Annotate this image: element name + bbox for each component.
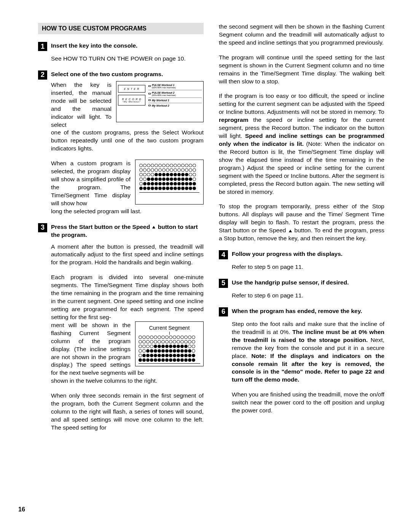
step-2-para-2b: long the selected program will last.: [51, 208, 204, 216]
profile-display-illustration-1: [135, 160, 204, 204]
step-3-para-1: A moment after the button is pressed, th…: [51, 243, 204, 267]
step-1-body: See HOW TO TURN ON THE POWER on page 10.: [51, 55, 204, 63]
profile-display-illustration-2: Current Segment: [135, 321, 204, 366]
current-segment-label: Current Segment: [139, 325, 200, 331]
step-2-title: Select one of the two custom programs.: [51, 70, 163, 78]
console-panel-illustration: E N T E R R E C O R D "My Workout" PULSE…: [116, 81, 204, 122]
step-4-body: Refer to step 5 on page 11.: [232, 263, 384, 271]
up-triangle-icon: [152, 226, 155, 228]
enter-button-graphic: E N T E R: [118, 85, 145, 93]
step-5: 5 Use the handgrip pulse sensor, if desi…: [219, 278, 384, 288]
up-triangle-icon: [289, 230, 292, 232]
step-6: 6 When the program has ended, remove the…: [219, 307, 384, 316]
step-3-para-3: When only three seconds remain in the fi…: [51, 392, 204, 432]
section-header: HOW TO USE CUSTOM PROGRAMS: [38, 23, 204, 34]
step-2-block-1: E N T E R R E C O R D "My Workout" PULSE…: [51, 81, 204, 129]
step-2: 2 Select one of the two custom programs.: [38, 70, 204, 80]
current-segment-tick: [169, 332, 170, 335]
step-3-para-2-pre: Each program is divided into several one…: [51, 273, 204, 321]
step-num-5: 5: [219, 279, 228, 288]
right-column: the second segment will then be shown in…: [219, 23, 384, 439]
step-3: 3 Press the Start button or the Speed bu…: [38, 222, 204, 239]
step-1: 1 Insert the key into the console.: [38, 41, 204, 51]
col2-para-3: If the program is too easy or too diffic…: [219, 92, 384, 196]
step-num-2: 2: [38, 70, 47, 80]
left-column: HOW TO USE CUSTOM PROGRAMS 1 Insert the …: [38, 23, 204, 439]
step-num-1: 1: [38, 42, 47, 51]
step-4-title: Follow your progress with the displays.: [232, 249, 342, 258]
col2-para-2: The program will continue until the spee…: [219, 54, 384, 86]
step-3-title: Press the Start button or the Speed butt…: [51, 222, 204, 239]
panel-workout-list: PULSE Workout 1(65%-85% max.heartrate) P…: [148, 84, 202, 107]
col2-para-4: To stop the program temporarily, press e…: [219, 203, 384, 243]
record-button-graphic: R E C O R D "My Workout": [118, 95, 145, 105]
step-1-title: Insert the key into the console.: [51, 41, 137, 50]
step-3-block: Current Segment ment will be shown in th…: [51, 321, 204, 377]
step-num-6: 6: [219, 307, 228, 316]
step-2-block-2: When a custom program is selected, the p…: [51, 160, 204, 208]
step-5-title: Use the handgrip pulse sensor, if desire…: [232, 278, 349, 287]
step-5-body: Refer to step 6 on page 11.: [232, 292, 384, 300]
step-3-para-2b: shown in the twelve columns to the right…: [51, 377, 204, 385]
manual-page: HOW TO USE CUSTOM PROGRAMS 1 Insert the …: [0, 0, 411, 454]
step-4: 4 Follow your progress with the displays…: [219, 249, 384, 259]
page-number: 16: [18, 506, 25, 513]
step-6-para-1: Step onto the foot rails and make sure t…: [232, 320, 384, 384]
step-num-3: 3: [38, 223, 47, 232]
col2-cont-1: the second segment will then be shown in…: [219, 23, 384, 47]
step-2-para-1b: one of the custom programs, press the Se…: [51, 129, 204, 153]
step-6-title: When the program has ended, remove the k…: [232, 307, 362, 315]
step-6-para-2: When you are finished using the treadmil…: [232, 391, 384, 415]
step-num-4: 4: [219, 250, 228, 259]
